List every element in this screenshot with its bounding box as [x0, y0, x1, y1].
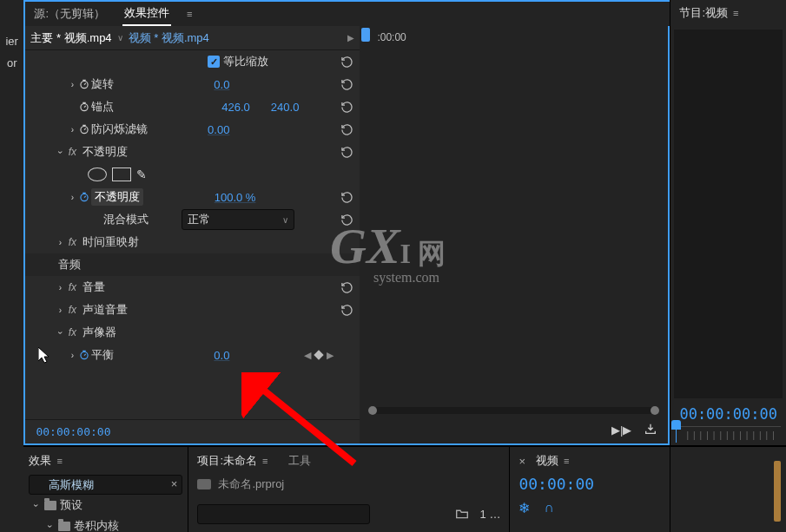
reset-button[interactable] — [339, 76, 354, 92]
close-tab-icon[interactable]: × — [518, 455, 525, 468]
instance-clip-name[interactable]: 视频 * 视频.mp4 — [129, 30, 209, 46]
stopwatch-icon[interactable] — [77, 348, 91, 362]
fx-badge-icon[interactable]: fx — [65, 236, 79, 248]
pen-mask-icon[interactable]: ✎ — [136, 167, 147, 181]
reset-button[interactable] — [339, 302, 354, 318]
presets-folder[interactable]: › 预设 — [29, 495, 182, 516]
ellipse-mask-icon[interactable] — [88, 167, 107, 181]
twirl-icon[interactable]: › — [55, 283, 65, 292]
current-timecode[interactable]: 00:00:00:00 — [36, 425, 110, 438]
twirl-icon[interactable]: › — [55, 305, 65, 315]
project-filename: 未命名.prproj — [218, 476, 284, 492]
stopwatch-icon[interactable] — [77, 100, 91, 114]
reset-button[interactable] — [339, 54, 354, 69]
tab-source[interactable]: 源:（无剪辑） — [32, 3, 107, 25]
linked-selection-icon[interactable]: ∩ — [544, 500, 554, 516]
reset-button[interactable] — [339, 99, 354, 115]
convolution-folder[interactable]: › 卷积内核 — [29, 516, 182, 532]
master-clip-name[interactable]: 主要 * 视频.mp4 — [30, 30, 111, 46]
blend-mode-label: 混合模式 — [103, 212, 149, 227]
program-ruler[interactable]: |||||||||||||| — [676, 426, 781, 445]
anchor-label: 锚点 — [91, 99, 114, 115]
effect-controls-timeline[interactable]: :00:00 ▶|▶ — [360, 26, 670, 443]
row-anchor: › 锚点 426.0 240.0 — [25, 95, 360, 118]
next-keyframe-icon[interactable]: ▶ — [327, 350, 334, 361]
tools-tab[interactable]: 工具 — [288, 453, 311, 469]
program-playhead-icon[interactable] — [676, 425, 677, 443]
balance-value[interactable]: 0.0 — [214, 349, 360, 362]
row-blend-mode: 混合模式 正常 ∨ — [25, 208, 360, 231]
playhead-icon[interactable] — [361, 28, 370, 42]
bin-icon[interactable] — [197, 479, 211, 489]
panel-menu-icon[interactable]: ≡ — [56, 459, 62, 463]
twirl-open-icon[interactable]: › — [56, 147, 65, 157]
panel-menu-icon[interactable]: ≡ — [733, 11, 738, 15]
twirl-icon[interactable]: › — [67, 351, 77, 360]
effects-search-input[interactable] — [29, 475, 182, 495]
snap-icon[interactable]: ❄ — [518, 500, 530, 516]
rect-mask-icon[interactable] — [112, 167, 131, 181]
effect-controls-properties: 主要 * 视频.mp4 ∨ 视频 * 视频.mp4 ▶ ✓ 等比缩放 — [25, 26, 360, 443]
scroll-handle-left[interactable] — [368, 406, 377, 415]
reset-button[interactable] — [339, 279, 354, 295]
row-volume: › fx 音量 — [25, 276, 360, 299]
fx-badge-icon[interactable]: fx — [65, 281, 79, 293]
twirl-icon[interactable]: › — [67, 193, 77, 202]
balance-label: 平衡 — [91, 347, 114, 363]
row-rotation: › 旋转 0.0 — [25, 73, 360, 95]
prev-keyframe-icon[interactable]: ◀ — [304, 350, 311, 361]
twirl-open-icon[interactable]: › — [56, 327, 65, 338]
play-only-icon[interactable]: ▶ — [347, 33, 360, 43]
program-title[interactable]: 节目:视频 — [679, 5, 728, 21]
effects-panel-title[interactable]: 效果 — [29, 453, 51, 469]
panel-menu-icon[interactable]: ≡ — [564, 459, 569, 463]
anchor-x-value[interactable]: 426.0 — [221, 101, 250, 114]
clear-search-icon[interactable]: × — [171, 477, 178, 490]
twirl-icon[interactable]: › — [67, 80, 77, 89]
stopwatch-icon[interactable] — [77, 77, 91, 91]
project-search-input[interactable] — [197, 504, 370, 524]
program-timecode[interactable]: 00:00:00:00 — [670, 402, 786, 426]
scroll-handle-right[interactable] — [651, 406, 659, 415]
timecode-bar: 00:00:00:00 — [25, 419, 360, 443]
panel-menu-icon[interactable]: ≡ — [262, 459, 268, 463]
loop-playback-icon[interactable]: ▶|▶ — [611, 424, 631, 437]
convolution-label: 卷积内核 — [74, 518, 119, 532]
folder-icon — [44, 501, 56, 510]
twirl-icon[interactable]: › — [55, 238, 65, 247]
row-panner: › fx 声像器 — [25, 321, 360, 344]
clip-header: 主要 * 视频.mp4 ∨ 视频 * 视频.mp4 ▶ — [25, 26, 360, 50]
reset-button[interactable] — [339, 144, 354, 160]
stopwatch-icon[interactable] — [77, 122, 91, 136]
export-frame-icon[interactable] — [644, 422, 657, 438]
anti-flicker-value[interactable]: 0.00 — [208, 123, 360, 136]
add-keyframe-icon[interactable] — [314, 350, 324, 359]
sequence-timecode[interactable]: 00:00:00 — [518, 475, 661, 493]
reset-button[interactable] — [339, 189, 354, 205]
fx-badge-icon[interactable]: fx — [65, 304, 79, 316]
reset-button[interactable] — [339, 212, 354, 227]
panel-menu-icon[interactable]: ≡ — [187, 12, 192, 16]
sequence-title[interactable]: 视频 — [536, 453, 558, 469]
fx-badge-icon[interactable]: fx — [65, 146, 79, 158]
volume-label: 音量 — [83, 279, 105, 295]
row-opacity: › 不透明度 100.0 % — [25, 186, 360, 208]
program-viewer[interactable] — [674, 30, 783, 398]
project-panel-title[interactable]: 项目:未命名 — [197, 453, 257, 469]
timeline-panel: × 视频 ≡ 00:00:00 ❄ ∩ — [510, 447, 670, 532]
sequence-clip-strip[interactable] — [774, 461, 781, 522]
opacity-value[interactable]: 100.0 % — [215, 191, 360, 204]
rotation-value[interactable]: 0.0 — [214, 78, 360, 91]
blend-mode-dropdown[interactable]: 正常 ∨ — [182, 209, 294, 230]
reset-button[interactable] — [339, 122, 354, 137]
new-bin-icon[interactable] — [454, 507, 470, 522]
tab-effect-controls[interactable]: 效果控件 — [122, 2, 171, 26]
left-edge-text1: ier — [5, 35, 17, 48]
opacity-label: 不透明度 — [91, 188, 143, 206]
timeline-scrollbar[interactable] — [368, 407, 659, 414]
anchor-y-value[interactable]: 240.0 — [271, 101, 300, 114]
uniform-scale-checkbox[interactable]: ✓ — [208, 56, 220, 68]
stopwatch-icon[interactable] — [77, 190, 91, 204]
twirl-icon[interactable]: › — [67, 125, 77, 135]
fx-badge-icon[interactable]: fx — [65, 326, 79, 338]
